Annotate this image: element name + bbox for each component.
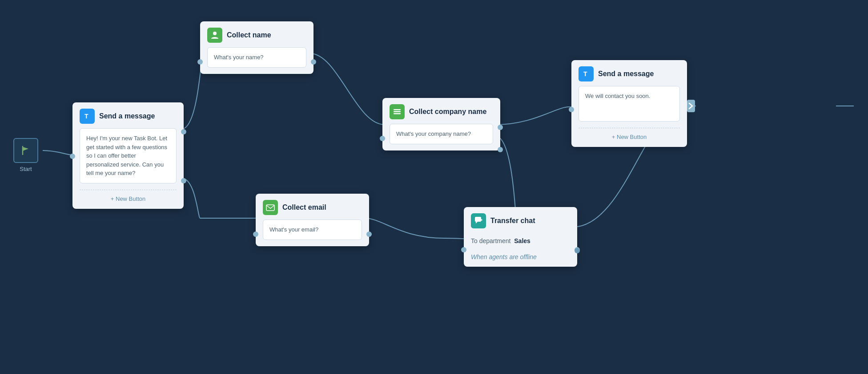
collect-company-placeholder: What's your company name? <box>396 130 471 137</box>
send-message-left-new-button[interactable]: + New Button <box>111 195 145 202</box>
transfer-to-label: To department <box>471 237 511 244</box>
send-message-left-text: Hey! I'm your new Task Bot. Let get star… <box>86 135 167 176</box>
send-message-right-card: T Send a message We will contact you soo… <box>571 60 687 147</box>
transfer-chat-header: Transfer chat <box>464 207 577 233</box>
send-message-right-button-row[interactable]: + New Button <box>579 128 680 141</box>
send-message-right-new-button[interactable]: + New Button <box>612 134 647 140</box>
svg-rect-2 <box>394 109 401 110</box>
transfer-dept-value: Sales <box>514 237 530 244</box>
collect-email-placeholder: What's your email? <box>269 226 318 233</box>
start-box[interactable] <box>13 138 38 163</box>
collect-name-header: Collect name <box>200 21 313 47</box>
collect-email-card: Collect email What's your email? <box>256 194 369 246</box>
send-message-right-body: We will contact you soon. <box>579 86 680 122</box>
T-icon: T <box>83 112 92 121</box>
send-message-right-text: We will contact you soon. <box>585 93 650 99</box>
send-left-out-dot-bottom <box>181 178 186 183</box>
collect-company-card: Collect company name What's your company… <box>382 98 500 150</box>
collect-email-header: Collect email <box>256 194 369 220</box>
collect-email-in-dot <box>253 232 258 237</box>
svg-text:T: T <box>84 113 88 120</box>
send-message-left-button-row[interactable]: + New Button <box>80 190 177 203</box>
collect-company-out-dot-bottom <box>498 147 503 152</box>
send-message-left-body: Hey! I'm your new Task Bot. Let get star… <box>80 128 177 183</box>
transfer-offline-dot <box>575 248 580 253</box>
transfer-in-dot <box>461 247 466 252</box>
svg-text:T: T <box>583 70 587 77</box>
svg-rect-5 <box>266 205 274 211</box>
svg-rect-3 <box>394 111 401 113</box>
send-message-left-card: T Send a message Hey! I'm your new Task … <box>72 102 184 209</box>
collect-email-out-dot <box>366 232 372 237</box>
start-label: Start <box>20 166 32 172</box>
transfer-offline-row: When agents are offline <box>464 249 577 267</box>
svg-rect-7 <box>687 100 695 112</box>
collect-name-body[interactable]: What's your name? <box>207 47 306 68</box>
send-message-right-icon: T <box>579 66 594 81</box>
transfer-offline-label: When agents are offline <box>471 253 537 260</box>
right-chevron-icon <box>687 100 695 112</box>
collect-name-placeholder: What's your name? <box>214 54 264 61</box>
start-node: Start <box>13 138 38 172</box>
send-message-left-header: T Send a message <box>72 102 184 128</box>
transfer-department-row: To department Sales <box>464 233 577 249</box>
collect-company-out-dot-top <box>498 125 503 130</box>
collect-name-title: Collect name <box>227 31 271 39</box>
transfer-chat-icon <box>471 213 486 228</box>
send-left-in-dot <box>70 154 75 159</box>
collect-company-body[interactable]: What's your company name? <box>390 124 493 144</box>
collect-company-icon <box>390 104 405 119</box>
send-message-left-icon: T <box>80 109 95 124</box>
chat-transfer-icon <box>474 216 483 225</box>
collect-company-in-dot <box>380 136 385 141</box>
send-left-out-dot-top <box>181 129 186 134</box>
send-message-right-title: Send a message <box>598 70 654 78</box>
send-right-in-dot <box>569 107 574 112</box>
collect-email-body[interactable]: What's your email? <box>263 220 362 240</box>
flag-icon <box>20 145 31 156</box>
collect-company-header: Collect company name <box>382 98 500 124</box>
T-icon-right: T <box>582 69 591 78</box>
list-icon <box>393 107 402 116</box>
person-icon <box>210 31 219 40</box>
collect-name-out-dot <box>311 59 316 65</box>
transfer-chat-title: Transfer chat <box>490 217 535 225</box>
collect-name-icon <box>207 28 222 43</box>
collect-name-card: Collect name What's your name? <box>200 21 313 74</box>
collect-company-title: Collect company name <box>409 108 486 116</box>
send-message-left-title: Send a message <box>99 112 155 120</box>
collect-name-in-dot <box>197 59 203 65</box>
email-icon <box>266 203 275 212</box>
svg-rect-4 <box>394 113 401 114</box>
collect-email-title: Collect email <box>282 203 326 211</box>
send-message-right-header: T Send a message <box>571 60 687 86</box>
collect-email-icon <box>263 200 278 215</box>
transfer-chat-card: Transfer chat To department Sales When a… <box>464 207 577 267</box>
send-right-arrow <box>687 100 695 114</box>
svg-point-1 <box>213 32 217 35</box>
